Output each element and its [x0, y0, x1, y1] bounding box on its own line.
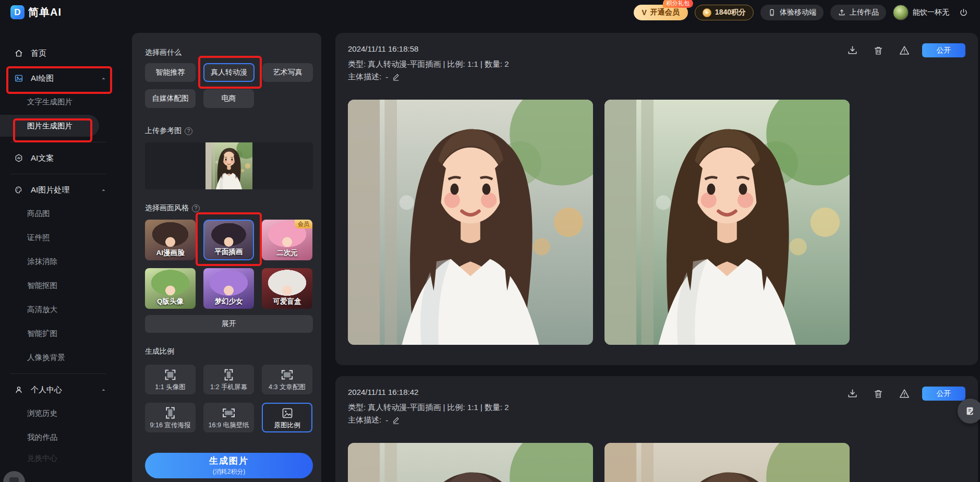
publish-button[interactable]: 公开 — [922, 43, 965, 57]
style-option-flat-illustration[interactable]: 平面插画 — [203, 220, 254, 260]
sidebar-item-cutout[interactable]: 智能抠图 — [0, 273, 113, 297]
open-vip-button[interactable]: V 开通会员 积分礼包 — [634, 5, 688, 20]
download-icon[interactable] — [846, 44, 858, 56]
reference-image — [205, 142, 252, 189]
sidebar-item-home[interactable]: 首页 — [0, 42, 113, 65]
widget-icon — [9, 477, 19, 482]
sidebar-item-label: 智能扩图 — [27, 329, 57, 339]
sidebar-item-label: 个人中心 — [31, 385, 62, 395]
help-icon[interactable]: ? — [192, 204, 200, 212]
sidebar-item-img2img[interactable]: 图片生成图片 — [0, 114, 113, 138]
results-area: 2024/11/11 16:18:58 类型: 真人转动漫-平面插画 | 比例:… — [335, 33, 978, 482]
sidebar-item-label: AI绘图 — [31, 74, 54, 83]
generated-image[interactable] — [348, 100, 593, 345]
style-option-cute-blindbox[interactable]: 可爱盲盒 — [262, 268, 312, 309]
result-card: 2024/11/11 16:18:42 类型: 真人转动漫-平面插画 | 比例:… — [335, 376, 978, 482]
sidebar-item-label: 兑换中心 — [27, 453, 57, 463]
reference-image-box[interactable] — [145, 142, 313, 189]
sidebar-item-personal-center[interactable]: 个人中心 — [0, 378, 113, 401]
credits-button[interactable]: ★ 1840积分 — [695, 5, 754, 20]
sidebar-item-label: 浏览历史 — [27, 408, 57, 418]
note-pencil-icon — [964, 405, 976, 417]
what-option-real2anime[interactable]: 真人转动漫 — [203, 63, 255, 82]
sidebar-item-id-photo[interactable]: 证件照 — [0, 225, 113, 249]
user-menu[interactable]: 能饮一杯无 — [893, 5, 949, 20]
edit-pencil-icon[interactable] — [392, 416, 401, 425]
sidebar-item-bg-swap[interactable]: 人像换背景 — [0, 345, 113, 369]
ratio-option-original[interactable]: 原图比例 — [262, 403, 312, 432]
ai-hexagon-icon: AI — [14, 153, 23, 163]
description-label: 主体描述: — [348, 72, 381, 82]
feedback-edit-button[interactable] — [958, 399, 980, 424]
ratio-option-1-2[interactable]: 1:2 手机屏幕 — [203, 365, 254, 394]
style-option-anime[interactable]: 会员 二次元 — [262, 220, 312, 260]
sidebar-item-text2img[interactable]: 文字生成图片 — [0, 90, 113, 114]
sidebar-item-ai-copy[interactable]: AI AI文案 — [0, 147, 113, 170]
result-meta: 类型: 真人转动漫-平面插画 | 比例: 1:1 | 数量: 2 — [348, 59, 965, 69]
ratio-section-label: 生成比例 — [145, 346, 313, 357]
upload-label: 上传作品 — [850, 8, 879, 17]
result-card: 2024/11/11 16:18:58 类型: 真人转动漫-平面插画 | 比例:… — [335, 33, 978, 365]
sidebar-item-erase[interactable]: 涂抹消除 — [0, 249, 113, 273]
generated-image[interactable] — [604, 100, 850, 345]
report-warning-icon[interactable] — [898, 44, 911, 57]
download-icon[interactable] — [846, 388, 858, 400]
sidebar-item-label: 首页 — [31, 49, 46, 58]
delete-trash-icon[interactable] — [873, 388, 884, 400]
ratio-icon — [221, 367, 236, 382]
ratio-option-16-9[interactable]: 16:9 电脑壁纸 — [203, 403, 254, 432]
sidebar-item-ai-image-tools[interactable]: AI图片处理 — [0, 178, 113, 201]
what-option-ecommerce[interactable]: 电商 — [203, 89, 254, 108]
sidebar-item-label: 商品图 — [27, 209, 50, 219]
result-description-row: 主体描述: - — [348, 415, 965, 425]
edit-pencil-icon[interactable] — [392, 73, 401, 81]
upload-work-button[interactable]: 上传作品 — [830, 5, 886, 20]
generated-image[interactable] — [348, 443, 593, 482]
sidebar-item-exchange[interactable]: 兑换中心 — [0, 449, 113, 467]
ratio-option-9-16[interactable]: 9:16 宣传海报 — [145, 403, 196, 432]
home-icon — [14, 49, 23, 58]
sidebar-item-label: 我的作品 — [27, 432, 57, 442]
result-meta: 类型: 真人转动漫-平面插画 | 比例: 1:1 | 数量: 2 — [348, 403, 965, 413]
generated-image[interactable] — [604, 443, 850, 482]
upload-section-label: 上传参考图 ? — [145, 126, 313, 136]
help-icon[interactable]: ? — [185, 127, 192, 135]
sidebar-item-ai-draw[interactable]: AI绘图 — [0, 67, 113, 90]
sidebar-item-outpaint[interactable]: 智能扩图 — [0, 321, 113, 345]
phone-icon — [768, 8, 776, 17]
ratio-option-4-3[interactable]: 4:3 文章配图 — [262, 365, 312, 394]
what-option-art-photo[interactable]: 艺术写真 — [262, 63, 313, 82]
upload-icon — [838, 8, 846, 17]
chevron-up-icon — [101, 387, 106, 393]
sidebar-item-my-works[interactable]: 我的作品 — [0, 425, 113, 449]
sidebar-item-product-image[interactable]: 商品图 — [0, 201, 113, 225]
vip-tag: 会员 — [295, 220, 312, 228]
delete-trash-icon[interactable] — [873, 45, 884, 56]
divider — [10, 142, 106, 142]
mobile-app-button[interactable]: 体验移动端 — [760, 5, 824, 20]
expand-styles-button[interactable]: 展开 — [145, 315, 313, 333]
ratio-option-1-1[interactable]: 1:1 头像图 — [145, 365, 196, 394]
style-option-chibi[interactable]: Q版头像 — [145, 268, 196, 309]
divider — [10, 373, 106, 374]
what-option-smart[interactable]: 智能推荐 — [145, 63, 196, 82]
sidebar-item-label: 涂抹消除 — [27, 257, 57, 267]
report-warning-icon[interactable] — [898, 388, 911, 400]
publish-button[interactable]: 公开 — [922, 387, 965, 401]
palette-icon — [14, 185, 23, 195]
person-icon — [14, 385, 23, 394]
sidebar-item-history[interactable]: 浏览历史 — [0, 401, 113, 425]
sidebar-item-upscale[interactable]: 高清放大 — [0, 297, 113, 321]
sidebar-item-label: 人像换背景 — [27, 353, 65, 363]
generate-button[interactable]: 生成图片 (消耗2积分) — [145, 453, 313, 478]
logo-text: 简单AI — [28, 5, 62, 19]
ratio-icon — [163, 405, 178, 420]
sidebar-item-label: AI文案 — [31, 153, 54, 163]
style-option-dreamy-girl[interactable]: 梦幻少女 — [203, 268, 254, 309]
what-option-media[interactable]: 自媒体配图 — [145, 89, 196, 108]
sidebar-item-label: 图片生成图片 — [27, 121, 72, 131]
generation-panel: 选择画什么 智能推荐 真人转动漫 艺术写真 自媒体配图 电商 上传参考图 ? 选… — [132, 33, 321, 482]
style-option-manga-face[interactable]: AI漫画脸 — [145, 220, 196, 260]
logout-power-icon[interactable] — [959, 8, 969, 18]
app-logo[interactable]: D 简单AI — [10, 5, 62, 19]
